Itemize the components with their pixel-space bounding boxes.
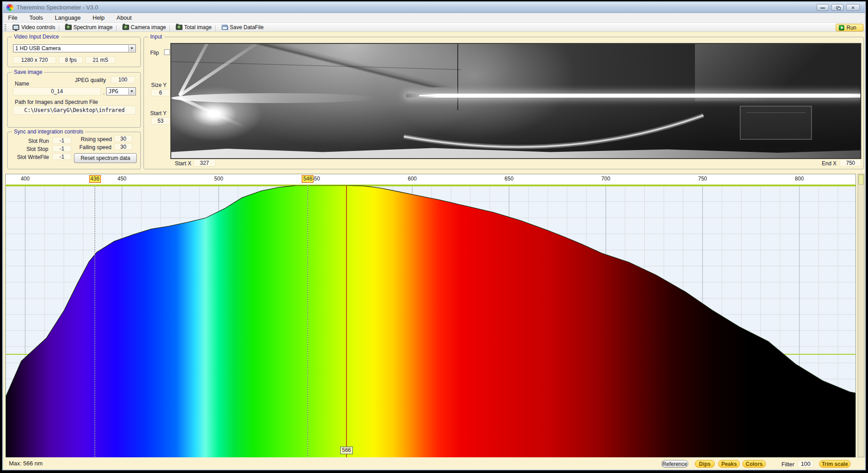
latency-field: 21 mS xyxy=(86,56,115,64)
format-select[interactable]: JPG xyxy=(106,87,136,95)
group-title: Save image xyxy=(12,69,44,75)
start-x-label: Start X xyxy=(175,160,191,167)
menu-file[interactable]: File xyxy=(3,13,22,22)
toolbar-spectrum-image[interactable]: Spectrum image xyxy=(62,23,116,32)
end-x-label: End X xyxy=(822,160,837,167)
calibration-marker-label[interactable]: 436 xyxy=(89,175,101,183)
toolbar-total-image[interactable]: Total image xyxy=(173,23,215,32)
axis-tick-label: 700 xyxy=(601,176,610,182)
axis-tick-label: 650 xyxy=(504,176,513,182)
flip-checkbox[interactable] xyxy=(164,49,170,55)
app-icon xyxy=(6,4,13,11)
falling-speed-field[interactable]: 30 xyxy=(114,143,132,150)
group-title: Input xyxy=(148,34,164,40)
save-datafile-icon xyxy=(221,25,228,30)
dips-button[interactable]: Dips xyxy=(695,460,715,468)
toolbar-grip xyxy=(4,24,6,30)
jpeg-quality-field[interactable]: 100 xyxy=(111,76,135,83)
trim-scale-button[interactable]: Trim scale xyxy=(819,460,851,468)
slot-run-field[interactable]: -1 xyxy=(52,137,71,144)
peak-marker-label: 566 xyxy=(340,447,353,454)
menu-about[interactable]: About xyxy=(112,13,137,22)
start-y-field[interactable]: 53 xyxy=(151,117,170,125)
toolbar-label: Total image xyxy=(184,24,212,30)
falling-speed-label: Falling speed xyxy=(79,144,111,150)
side-strip-button[interactable] xyxy=(859,175,864,185)
group-save-image: Save image JPEG quality 100 Name 0_14 . … xyxy=(7,72,141,128)
menu-language[interactable]: Language xyxy=(50,13,86,22)
light-arc xyxy=(171,44,860,158)
toolbar-label: Spectrum image xyxy=(74,24,113,30)
total-image-icon xyxy=(176,25,182,30)
end-x-field[interactable]: 750 xyxy=(840,159,861,167)
app-window: Theremino Spectrometer - V3.0 × File Too… xyxy=(2,1,866,470)
toolbar-label: Camera image xyxy=(131,24,166,30)
reset-spectrum-button[interactable]: Reset spectrum data xyxy=(74,153,137,163)
screen: Theremino Spectrometer - V3.0 × File Too… xyxy=(0,0,868,473)
name-field[interactable]: 0_14 xyxy=(13,87,101,95)
axis-tick-label: 500 xyxy=(214,176,223,182)
path-field[interactable]: C:\Users\GaryG\Desktop\infrared xyxy=(13,106,136,115)
filter-label: Filter xyxy=(781,461,794,468)
video-controls-icon xyxy=(13,25,19,30)
minimize-button[interactable] xyxy=(816,4,829,11)
nightstand-silhouette xyxy=(740,106,812,140)
jpeg-quality-label: JPEG quality xyxy=(75,77,106,83)
axis-tick-label: 450 xyxy=(117,176,126,182)
chevron-down-icon xyxy=(128,45,135,52)
spectrum-plot[interactable]: 566 xyxy=(6,185,855,457)
wavelength-scale[interactable]: 400450500550600650700750800436546 xyxy=(6,174,855,185)
filter-field[interactable]: 100 xyxy=(798,460,814,468)
dot-separator: . xyxy=(103,90,104,96)
video-device-value: 1 HD USB Camera xyxy=(15,45,61,52)
colors-button[interactable]: Colors xyxy=(742,460,766,468)
run-label: Run xyxy=(846,25,856,31)
minimize-icon xyxy=(820,8,825,9)
size-y-field[interactable]: 6 xyxy=(151,89,170,96)
restore-button[interactable] xyxy=(831,4,844,11)
axis-tick-label: 800 xyxy=(795,176,804,182)
slot-run-label: Slot Run xyxy=(28,138,49,144)
name-label: Name xyxy=(15,81,29,87)
axis-tick-label: 750 xyxy=(698,176,707,182)
spectrum-panel: 400450500550600650700750800436546 566 xyxy=(5,174,856,457)
slot-writefile-field[interactable]: -1 xyxy=(52,153,71,160)
axis-tick-label: 600 xyxy=(408,176,417,182)
rising-speed-field[interactable]: 30 xyxy=(114,135,132,142)
title-bar[interactable]: Theremino Spectrometer - V3.0 × xyxy=(3,2,865,13)
path-label: Path for Images and Spectrum File xyxy=(15,99,98,105)
toolbar-label: Video controls xyxy=(21,24,55,30)
right-side-strip xyxy=(858,174,864,457)
toolbar-video-controls[interactable]: Video controls xyxy=(9,23,58,32)
close-button[interactable]: × xyxy=(846,4,860,11)
format-value: JPG xyxy=(108,88,118,95)
toolbar-label: Save DataFile xyxy=(230,24,264,30)
start-x-field[interactable]: 327 xyxy=(193,159,216,167)
video-device-select[interactable]: 1 HD USB Camera xyxy=(13,44,136,52)
calibration-marker-label[interactable]: 546 xyxy=(302,175,313,183)
run-button[interactable]: Run xyxy=(836,24,864,31)
max-wavelength-label: Max: 566 nm xyxy=(9,460,43,467)
toolbar-save-datafile[interactable]: Save DataFile xyxy=(218,23,267,32)
run-play-icon xyxy=(839,25,844,30)
camera-preview[interactable] xyxy=(170,43,861,159)
menu-help[interactable]: Help xyxy=(88,13,110,22)
slot-writefile-label: Slot WriteFile xyxy=(17,154,49,160)
menu-bar: File Tools Language Help About xyxy=(3,13,865,23)
group-title: Sync and integration controls xyxy=(12,129,85,135)
window-title: Theremino Spectrometer - V3.0 xyxy=(17,4,98,11)
flip-label: Flip xyxy=(150,50,159,56)
peaks-button[interactable]: Peaks xyxy=(718,460,740,468)
start-y-label: Start Y xyxy=(150,110,166,116)
camera-image-icon xyxy=(122,25,129,30)
reference-button[interactable]: Reference xyxy=(661,460,688,468)
status-bar: Max: 566 nm Reference Dips Peaks Colors … xyxy=(3,457,865,469)
slot-stop-field[interactable]: -1 xyxy=(52,145,71,152)
spectrum-image-icon xyxy=(65,25,72,30)
toolbar-camera-image[interactable]: Camera image xyxy=(119,23,169,32)
spectrum-area xyxy=(6,185,855,458)
toolbar: Video controls Spectrum image Camera ima… xyxy=(3,23,865,32)
menu-tools[interactable]: Tools xyxy=(24,13,48,22)
group-title: Video Input Device xyxy=(12,34,61,40)
chevron-down-icon xyxy=(128,88,135,95)
